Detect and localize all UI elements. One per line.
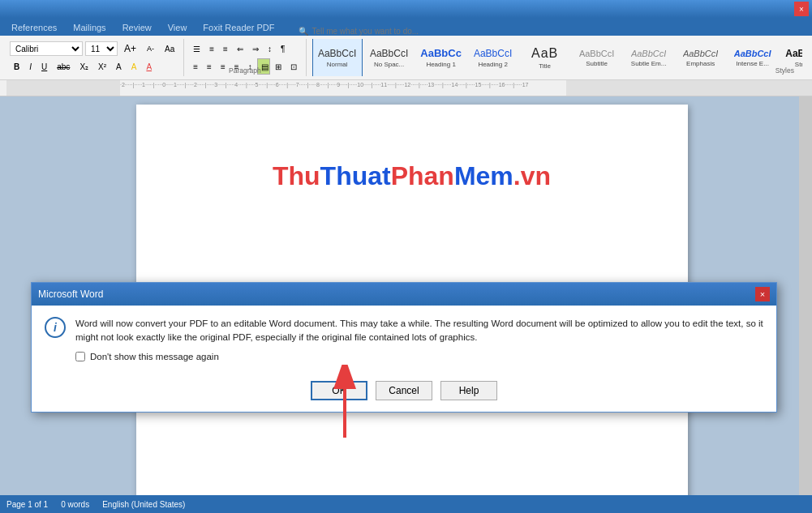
underline-button[interactable]: U: [37, 58, 51, 75]
dialog-title: Microsoft Word: [38, 289, 103, 300]
ok-button[interactable]: OK: [311, 381, 367, 400]
watermark-dot-vn: .vn: [513, 161, 551, 190]
ribbon-tabs: References Mailings Review View Foxit Re…: [0, 18, 812, 36]
page-info: Page 1 of 1: [6, 500, 48, 509]
decrease-indent-button[interactable]: ⇐: [233, 41, 247, 57]
clear-format-button[interactable]: Aa: [161, 41, 178, 57]
ruler: ·2·····|·····1·····|·····0·····1·····|··…: [0, 80, 812, 96]
status-bar: Page 1 of 1 0 words English (United Stat…: [0, 495, 812, 513]
paragraph-group: ☰ ≡ ≡ ⇐ ⇒ ↕ ¶ ≡ ≡ ≡ ≡ ↕ ▤ ⊞ ⊡ Paragraph: [184, 39, 306, 76]
title-bar: ×: [0, 0, 812, 18]
dont-show-label: Don't show this message again: [90, 352, 219, 361]
font-size-select[interactable]: 11: [85, 41, 118, 56]
dialog-info-icon: i: [45, 317, 66, 338]
watermark-thu: Thu: [273, 161, 320, 190]
tab-references[interactable]: References: [3, 19, 65, 36]
dialog-message: Word will now convert your PDF to an edi…: [75, 317, 763, 345]
grow-font-button[interactable]: A+: [120, 41, 140, 57]
sidebar: [0, 96, 24, 513]
superscript-button[interactable]: X²: [94, 58, 110, 75]
highlight-button[interactable]: A: [127, 58, 141, 75]
tab-mailings[interactable]: Mailings: [65, 19, 114, 36]
dialog-message-area: Word will now convert your PDF to an edi…: [75, 317, 763, 361]
sort-button[interactable]: ↕: [264, 41, 276, 57]
help-button[interactable]: Help: [440, 381, 497, 400]
shrink-font-button[interactable]: A-: [143, 41, 158, 57]
cancel-button[interactable]: Cancel: [376, 381, 432, 400]
font-color-button[interactable]: A: [142, 58, 156, 75]
language-indicator: English (United States): [102, 500, 185, 509]
ribbon-toolbar: Calibri 11 A+ A- Aa B I U abc X₂ X² A A …: [0, 36, 812, 80]
strikethrough-button[interactable]: abc: [53, 58, 74, 75]
tab-review[interactable]: Review: [114, 19, 160, 36]
scrollbar-right[interactable]: [799, 96, 812, 513]
document-watermark: ThuThuatPhanMem.vn: [273, 161, 551, 191]
watermark-mem: Mem: [454, 161, 513, 190]
numbering-button[interactable]: ≡: [205, 41, 218, 57]
tab-foxit[interactable]: Foxit Reader PDF: [195, 19, 282, 36]
multilevel-button[interactable]: ≡: [219, 41, 232, 57]
dialog-title-bar: Microsoft Word ×: [32, 283, 776, 306]
dialog-buttons: OK Cancel Help: [32, 373, 776, 412]
italic-button[interactable]: I: [25, 58, 36, 75]
text-effects-button[interactable]: A: [112, 58, 126, 75]
bold-button[interactable]: B: [10, 58, 24, 75]
search-input[interactable]: [311, 27, 474, 36]
watermark-phan: Phan: [391, 161, 454, 190]
styles-group: AaBbCcI Normal AaBbCcI No Spac... AaBbCc…: [307, 39, 807, 76]
increase-indent-button[interactable]: ⇒: [248, 41, 263, 57]
font-group: Calibri 11 A+ A- Aa B I U abc X₂ X² A A …: [5, 39, 184, 76]
ruler-track: ·2·····|·····1·····|·····0·····1·····|··…: [6, 80, 812, 96]
bullets-button[interactable]: ☰: [189, 41, 204, 57]
dont-show-checkbox[interactable]: [75, 352, 85, 361]
dialog-body: i Word will now convert your PDF to an e…: [32, 306, 776, 373]
font-name-select[interactable]: Calibri: [10, 41, 83, 56]
tab-view[interactable]: View: [160, 19, 195, 36]
watermark-thuat: Thuat: [320, 161, 391, 190]
subscript-button[interactable]: X₂: [75, 58, 92, 75]
microsoft-word-dialog: Microsoft Word × i Word will now convert…: [31, 282, 777, 413]
show-formatting-button[interactable]: ¶: [277, 41, 289, 57]
word-count: 0 words: [61, 500, 89, 509]
window-close-button[interactable]: ×: [794, 2, 809, 16]
dialog-close-button[interactable]: ×: [755, 287, 770, 301]
dialog-checkbox-row: Don't show this message again: [75, 352, 763, 361]
